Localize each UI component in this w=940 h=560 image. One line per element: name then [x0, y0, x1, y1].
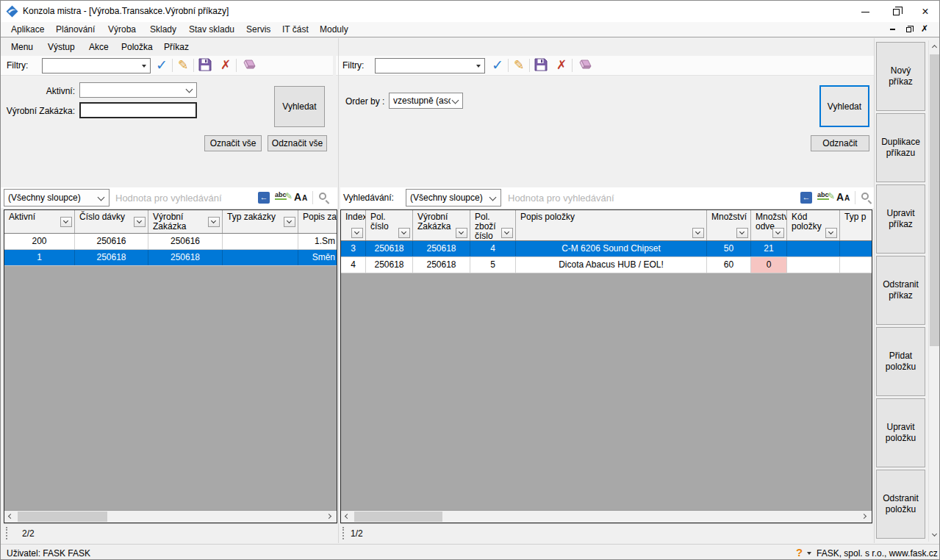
column-filter-button[interactable] [825, 228, 837, 238]
column-filter-button[interactable] [736, 228, 748, 238]
upravit-polozku-button[interactable]: Upravit položku [876, 398, 925, 467]
oznacit-vse-button[interactable]: Označit vše [204, 135, 262, 151]
column-header[interactable]: Množství [707, 210, 751, 240]
table-row-selected[interactable]: 3 250618 250618 4 C-M 6206 Sound Chipset… [341, 241, 872, 257]
window-close-button[interactable]: × [913, 1, 938, 22]
edit-filter-icon[interactable]: ✎ [511, 57, 527, 73]
menu-menu[interactable]: Menu [11, 42, 33, 52]
search-columns-combobox[interactable]: (Všechny sloupce) [4, 189, 110, 207]
menu-vyroba[interactable]: Výroba [108, 24, 136, 35]
menu-stav-skladu[interactable]: Stav skladu [189, 24, 234, 35]
column-header[interactable]: Množstv odve [751, 210, 787, 240]
column-header[interactable]: Index [341, 210, 366, 240]
undo-search-icon[interactable]: ← [800, 192, 812, 204]
delete-filter-icon[interactable]: ✗ [553, 57, 570, 73]
column-filter-button[interactable] [284, 217, 295, 227]
scrollbar-thumb[interactable] [354, 511, 442, 522]
help-dropdown-arrow-icon[interactable] [807, 552, 811, 555]
odstranit-polozku-button[interactable]: Odstranit položku [876, 470, 925, 539]
menu-polozka[interactable]: Položka [121, 42, 153, 52]
mdi-minimize-button[interactable] [886, 24, 898, 35]
vyhledat-button-right[interactable]: Vyhledat [819, 85, 869, 127]
column-header[interactable]: Výrobní Zakázka [413, 210, 470, 240]
column-header[interactable]: Typ zakázky [223, 210, 298, 233]
column-filter-button[interactable] [134, 217, 146, 227]
scroll-down-button[interactable] [929, 529, 940, 542]
menu-it-cast[interactable]: IT část [282, 24, 309, 35]
vyhledat-button-left[interactable]: Vyhledat [274, 86, 325, 127]
column-filter-button[interactable] [456, 228, 467, 238]
column-header[interactable]: Pol. číslo [366, 210, 413, 240]
horizontal-scrollbar[interactable] [341, 510, 872, 523]
mdi-close-button[interactable]: ✗ [919, 24, 930, 35]
apply-filter-icon[interactable]: ✓ [489, 57, 506, 73]
novy-prikaz-button[interactable]: Nový příkaz [876, 42, 925, 111]
clear-filter-icon[interactable] [576, 57, 592, 73]
column-filter-button[interactable] [772, 228, 784, 238]
scrollbar-thumb[interactable] [18, 511, 107, 522]
odznacit-vse-button[interactable]: Odznačit vše [268, 135, 327, 151]
column-header[interactable]: Výrobní Zakázka [148, 210, 223, 233]
menu-sklady[interactable]: Sklady [150, 24, 176, 35]
upravit-prikaz-button[interactable]: Upravit příkaz [876, 184, 925, 254]
match-case-icon[interactable]: A A [836, 191, 853, 204]
search-icon[interactable] [861, 193, 869, 200]
menu-prikaz[interactable]: Příkaz [164, 42, 189, 52]
status-company-link[interactable]: FASK, spol. s r.o., www.fask.cz [817, 548, 938, 559]
horizontal-scrollbar[interactable] [4, 510, 337, 523]
highlight-matches-icon[interactable]: abc ✎ [817, 191, 833, 204]
pridat-polozku-button[interactable]: Přidat položku [876, 327, 925, 396]
save-filter-icon[interactable] [197, 57, 213, 73]
scrollbar-thumb[interactable] [930, 54, 940, 346]
scroll-right-button[interactable] [324, 511, 337, 523]
search-icon[interactable] [319, 193, 326, 200]
search-input[interactable] [508, 190, 794, 206]
odznacit-button-right[interactable]: Odznačit [811, 135, 869, 151]
table-row[interactable]: 4 250618 250618 5 Dicota Abacus HUB / EO… [341, 257, 872, 273]
column-filter-button[interactable] [692, 228, 704, 238]
aktivni-combobox[interactable] [79, 82, 197, 98]
delete-filter-icon[interactable]: ✗ [218, 57, 234, 73]
match-case-icon[interactable]: A A [294, 191, 310, 204]
mdi-restore-button[interactable] [903, 24, 914, 35]
window-restore-button[interactable] [883, 1, 908, 22]
order-by-combobox[interactable]: vzestupně (asc) [389, 93, 463, 109]
vyrobni-zakazka-input[interactable] [79, 102, 197, 118]
filter-combobox[interactable] [42, 58, 151, 73]
column-filter-button[interactable] [208, 217, 220, 227]
apply-filter-icon[interactable]: ✓ [154, 57, 170, 73]
table-row-selected[interactable]: 1 250618 250618 Směn [4, 250, 337, 266]
undo-search-icon[interactable]: ← [258, 192, 270, 204]
column-filter-button[interactable] [351, 228, 363, 238]
clear-filter-icon[interactable] [240, 57, 256, 73]
column-header[interactable]: Pol. zboží číslo [470, 210, 516, 240]
help-icon[interactable]: ? [796, 546, 803, 559]
vertical-scrollbar[interactable] [928, 40, 940, 542]
edit-filter-icon[interactable]: ✎ [175, 57, 191, 73]
column-header[interactable]: Číslo dávky [75, 210, 148, 233]
odstranit-prikaz-button[interactable]: Odstranit příkaz [876, 256, 925, 325]
column-filter-button[interactable] [60, 217, 72, 227]
duplikace-prikazu-button[interactable]: Duplikace příkazu [876, 113, 925, 182]
column-filter-button[interactable] [501, 228, 513, 238]
column-header[interactable]: Typ p [840, 210, 872, 240]
search-columns-combobox[interactable]: (Všechny sloupce) [406, 189, 501, 207]
column-header[interactable]: Aktivní [4, 210, 75, 233]
menu-akce[interactable]: Akce [89, 42, 109, 52]
scroll-up-button[interactable] [929, 40, 940, 53]
search-input[interactable] [115, 190, 254, 206]
save-filter-icon[interactable] [533, 57, 549, 73]
filter-combobox[interactable] [375, 58, 485, 73]
menu-moduly[interactable]: Moduly [320, 24, 348, 35]
window-minimize-button[interactable] [853, 1, 878, 22]
scroll-right-button[interactable] [859, 511, 872, 523]
highlight-matches-icon[interactable]: abc ✎ [275, 191, 291, 204]
menu-servis[interactable]: Servis [246, 24, 270, 35]
scroll-left-button[interactable] [341, 511, 354, 523]
column-header[interactable]: Popis položky [516, 210, 707, 240]
column-header[interactable]: Kód položky [787, 210, 840, 240]
menu-vystup[interactable]: Výstup [48, 42, 75, 52]
menu-aplikace[interactable]: Aplikace [11, 24, 44, 35]
column-header[interactable]: Popis zak [298, 210, 337, 233]
scroll-left-button[interactable] [4, 511, 17, 523]
